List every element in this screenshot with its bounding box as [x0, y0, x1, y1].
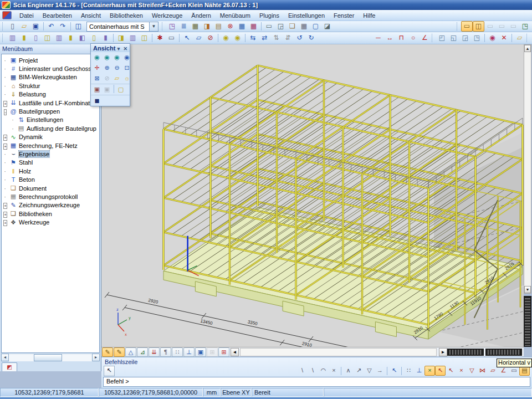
copy-picture-icon[interactable]: ▣: [102, 85, 112, 94]
show-grid-icon[interactable]: ⊞: [207, 347, 218, 357]
snap-normal-icon[interactable]: ▽: [364, 366, 375, 376]
table-results-icon[interactable]: ▦: [248, 21, 259, 32]
show-node-labels-icon[interactable]: ∷: [172, 347, 183, 357]
display-nodes-icon[interactable]: ▮: [18, 33, 30, 43]
tree-item-stahl[interactable]: ·⚑Stahl: [2, 158, 99, 167]
delete-plane-icon[interactable]: ✕: [498, 33, 510, 43]
display-axes-icon[interactable]: ▯: [88, 33, 100, 43]
show-loads-icon[interactable]: ⇊: [149, 347, 160, 357]
menu-item-ansicht[interactable]: Ansicht: [76, 11, 105, 21]
expand-icon[interactable]: +: [3, 220, 7, 226]
print-preview-icon[interactable]: ◲: [275, 21, 287, 32]
horizontal-pan-wheel[interactable]: [447, 349, 484, 356]
tree-item-dokument[interactable]: ·❏Dokument: [2, 184, 99, 192]
collapse-icon[interactable]: -: [4, 109, 7, 115]
work-plane-indicator[interactable]: Ebene XY: [221, 388, 252, 397]
show-rendering-icon[interactable]: ▣: [195, 347, 206, 357]
horizontal-rotation-wheel[interactable]: [485, 349, 522, 356]
menu-item-werkzeuge[interactable]: Werkzeuge: [147, 11, 187, 21]
tree-item-struktur[interactable]: ·⌂Struktur: [2, 81, 99, 90]
scroll-right-icon[interactable]: ▸: [92, 354, 100, 361]
dimension-line-icon[interactable]: ↔: [384, 33, 396, 43]
menu-item-bearbeiten[interactable]: Bearbeiten: [38, 11, 76, 21]
snap-midpoint-icon[interactable]: ×: [424, 366, 435, 376]
window-split-icon[interactable]: ◫: [473, 21, 484, 32]
move-node-icon[interactable]: ⇆: [247, 33, 259, 43]
tree-item-projekt[interactable]: ·▣Projekt: [2, 56, 99, 64]
open-view-folder-icon[interactable]: ▱: [514, 33, 525, 43]
wireframe-toggle-icon[interactable]: ✎: [102, 347, 113, 357]
model-viewport[interactable]: zyx2920335013450291040902910178011301191…: [101, 44, 524, 347]
snap-perpendicular-icon[interactable]: ↖: [446, 366, 456, 376]
show-supports-icon[interactable]: ⊿: [137, 347, 148, 357]
zoom-all-icon[interactable]: ⊠: [92, 74, 102, 83]
draw-circle-icon[interactable]: ○: [407, 33, 419, 43]
menu-item-andern[interactable]: Ändern: [187, 11, 215, 21]
view-y-icon[interactable]: ◉: [102, 53, 112, 62]
zoom-window-icon[interactable]: ⊡: [122, 63, 132, 73]
renumber-4-icon[interactable]: ◳: [471, 33, 483, 43]
clipping-box-icon[interactable]: ▢: [116, 85, 126, 94]
renumber-2-icon[interactable]: ◱: [448, 33, 459, 43]
tree-item-berechnung-fe-netz[interactable]: +▦Berechnung, FE-Netz: [2, 141, 99, 150]
chevron-down-icon[interactable]: ▼: [149, 22, 158, 31]
snap-tangent-icon[interactable]: ↗: [354, 366, 364, 376]
snap-arc-icon[interactable]: ◠: [318, 366, 329, 376]
close-icon[interactable]: ✕: [123, 46, 127, 52]
viewport-vertical-scrollbar[interactable]: ▲ ▼: [524, 44, 531, 294]
display-supports-icon[interactable]: ▥: [53, 33, 65, 43]
scroll-right-icon[interactable]: ►: [439, 348, 447, 356]
units-indicator[interactable]: mm: [203, 388, 221, 397]
export-data-icon[interactable]: ◨: [201, 21, 213, 32]
close-window-icon[interactable]: ◫: [73, 21, 84, 32]
window-tile-h-icon[interactable]: ▭: [496, 21, 508, 32]
menu-item-einstellungen[interactable]: Einstellungen: [284, 11, 329, 21]
expand-icon[interactable]: +: [3, 144, 7, 150]
window-restore-icon[interactable]: ◳: [519, 21, 531, 32]
select-pair-add-icon[interactable]: ◉: [232, 33, 243, 43]
menu-item-fenster[interactable]: Fenster: [329, 11, 359, 21]
menu-item-hilfe[interactable]: Hilfe: [359, 11, 380, 21]
snap-delete-icon[interactable]: ×: [329, 366, 339, 376]
cursor-mode-button[interactable]: ↖: [104, 366, 115, 376]
display-surfaces-icon[interactable]: ◨: [115, 33, 127, 43]
show-volumes-icon[interactable]: △: [125, 347, 136, 357]
perspective-cube-icon[interactable]: ◼: [92, 96, 102, 105]
draw-angle-icon[interactable]: ∠: [419, 33, 431, 43]
window-cascade-icon[interactable]: ▭: [484, 21, 496, 32]
snap-ray-icon[interactable]: \: [308, 366, 318, 376]
menu-item-datei[interactable]: Datei: [15, 11, 38, 21]
tree-item-zeichnungswerkzeuge[interactable]: +✎Zeichnungswerkzeuge: [2, 201, 99, 209]
visibility-eye-icon[interactable]: ◉: [487, 33, 498, 43]
collapse-icon[interactable]: ▾: [117, 46, 120, 52]
renumber-1-icon[interactable]: ◰: [436, 33, 448, 43]
display-sections-icon[interactable]: ◫: [42, 33, 53, 43]
display-welds-icon[interactable]: ◫: [139, 33, 150, 43]
display-loads-icon[interactable]: ▮: [65, 33, 76, 43]
calculator-icon[interactable]: ▦: [298, 21, 310, 32]
tree-item-berechnungsprotokoll[interactable]: ·▦Berechnungsprotokoll: [2, 192, 99, 201]
deselect-all-icon[interactable]: ⊘: [204, 33, 216, 43]
scroll-up-icon[interactable]: ▲: [524, 45, 531, 52]
show-local-axes-icon[interactable]: ⊥: [183, 347, 195, 357]
vertical-rotation-wheel[interactable]: [524, 296, 531, 347]
light-toggle-icon[interactable]: ☼: [122, 74, 132, 83]
zoom-in-icon[interactable]: ⊕: [102, 63, 112, 73]
print-icon[interactable]: ▭: [263, 21, 275, 32]
tree-item-holz[interactable]: ·‖Holz: [2, 167, 99, 175]
visibility-folder-icon[interactable]: ▱: [112, 74, 122, 83]
picture-gallery-icon[interactable]: ❏: [287, 21, 298, 32]
align-nodes-icon[interactable]: ⇅: [270, 33, 282, 43]
expand-icon[interactable]: +: [3, 101, 7, 107]
select-pair-icon[interactable]: ◉: [220, 33, 232, 43]
delete-data-icon[interactable]: ⊗: [224, 21, 236, 32]
save-database-icon[interactable]: ▦: [190, 21, 201, 32]
hotline-dimension-icon[interactable]: ─: [372, 33, 384, 43]
expand-icon[interactable]: +: [3, 203, 7, 209]
hide-selection-icon[interactable]: ▭: [166, 33, 177, 43]
activity-combobox[interactable]: Containerhaus mit S ▼: [86, 22, 158, 32]
view-axo-icon[interactable]: ◉: [122, 53, 132, 62]
snap-endpoint-icon[interactable]: ↖: [435, 366, 446, 376]
undo-icon[interactable]: ↶: [45, 21, 57, 32]
menu-item-menubaum[interactable]: Menübaum: [216, 11, 255, 21]
